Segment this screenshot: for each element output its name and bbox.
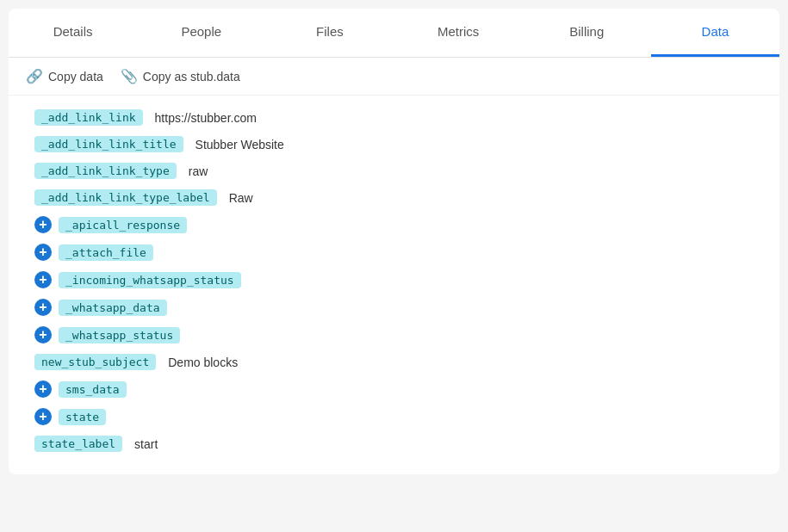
data-row: _add_link_link_titleStubber Website [34, 131, 754, 158]
field-value: raw [189, 164, 208, 178]
tab-metrics[interactable]: Metrics [394, 9, 523, 57]
field-tag: _add_link_link_type_label [34, 189, 217, 206]
tab-files[interactable]: Files [265, 9, 394, 57]
field-value: start [134, 437, 158, 451]
expandable-row: +state [34, 403, 754, 430]
copy-stub-button[interactable]: 📎 Copy as stub.data [121, 68, 240, 84]
expandable-tag: _attach_file [59, 244, 153, 261]
copy-stub-label: Copy as stub.data [143, 70, 240, 84]
expand-button[interactable]: + [34, 380, 52, 398]
expandable-tag: _apicall_response [59, 217, 187, 233]
field-tag: _add_link_link_title [34, 136, 183, 152]
expand-button[interactable]: + [34, 408, 52, 425]
expand-button[interactable]: + [34, 244, 52, 261]
field-value: Raw [229, 191, 253, 205]
field-value: Demo blocks [168, 356, 238, 369]
toolbar: 🔗 Copy data 📎 Copy as stub.data [9, 58, 779, 96]
field-tag: _add_link_link_type [34, 163, 177, 179]
data-row: _add_link_link_type_labelRaw [34, 184, 754, 211]
copy-data-button[interactable]: 🔗 Copy data [26, 68, 103, 84]
field-tag: new_stub_subject [34, 354, 156, 370]
expandable-row: +_incoming_whatsapp_status [34, 266, 754, 294]
expand-button[interactable]: + [34, 271, 52, 288]
field-value: Stubber Website [195, 138, 284, 152]
tab-data[interactable]: Data [651, 9, 779, 57]
link-icon: 🔗 [26, 68, 43, 84]
copy-data-label: Copy data [48, 70, 103, 84]
tab-details[interactable]: Details [9, 9, 137, 57]
expandable-row: +_apicall_response [34, 211, 754, 238]
expand-button[interactable]: + [34, 299, 52, 316]
field-tag: _add_link_link [34, 109, 143, 126]
expandable-tag: _incoming_whatsapp_status [59, 272, 241, 288]
main-container: DetailsPeopleFilesMetricsBillingData 🔗 C… [9, 9, 779, 474]
data-row: _add_link_link_typeraw [34, 158, 754, 184]
paperclip-icon: 📎 [121, 68, 138, 84]
tab-billing[interactable]: Billing [523, 9, 651, 57]
expandable-tag: sms_data [59, 381, 127, 398]
expand-button[interactable]: + [34, 326, 52, 343]
expandable-row: +_whatsapp_status [34, 321, 754, 349]
expandable-tag: _whatsapp_status [59, 327, 180, 343]
expandable-row: +sms_data [34, 375, 754, 403]
data-content: _add_link_linkhttps://stubber.com_add_li… [9, 96, 779, 474]
data-row: _add_link_linkhttps://stubber.com [34, 104, 754, 131]
expandable-row: +_attach_file [34, 238, 754, 266]
field-tag: state_label [34, 436, 122, 452]
tab-bar: DetailsPeopleFilesMetricsBillingData [9, 9, 779, 58]
expandable-tag: state [59, 409, 106, 425]
expand-button[interactable]: + [34, 216, 52, 233]
expandable-tag: _whatsapp_data [59, 300, 167, 316]
tab-people[interactable]: People [137, 9, 265, 57]
data-row: state_labelstart [34, 430, 754, 457]
field-value: https://stubber.com [155, 111, 257, 125]
data-row: new_stub_subjectDemo blocks [34, 349, 754, 375]
expandable-row: +_whatsapp_data [34, 294, 754, 321]
